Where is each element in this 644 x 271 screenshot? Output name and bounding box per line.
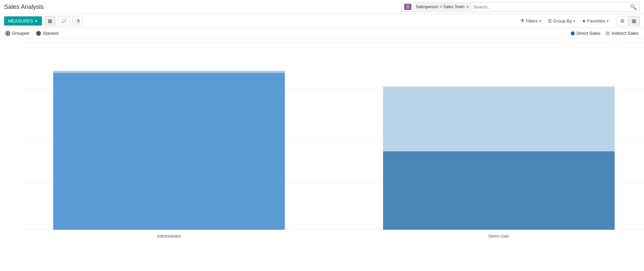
- search-icon[interactable]: 🔍: [630, 4, 637, 10]
- group-by-icon[interactable]: ☰: [404, 4, 411, 10]
- x-labels: Administrator Demo User: [24, 234, 644, 239]
- bar-segment-direct-admin: [53, 73, 285, 230]
- indirect-sales-label: Indirect Sales: [612, 31, 639, 36]
- groupby-icon: ☰: [548, 18, 552, 24]
- filters-button[interactable]: ⚗ Filters ▾: [517, 17, 543, 25]
- y-axis: [0, 42, 24, 240]
- top-bar: Sales Analysis ☰ Salesperson > Sales Tea…: [0, 0, 644, 14]
- search-area: ☰ Salesperson > Sales Team ✕ 🔍: [401, 2, 640, 12]
- filters-chevron: ▾: [539, 19, 541, 23]
- favorites-button[interactable]: ★ Favorites ▾: [579, 17, 611, 25]
- search-tag-text: Salesperson > Sales Team: [416, 4, 465, 9]
- favorites-icon: ★: [582, 18, 586, 24]
- table-view-button[interactable]: ⊞: [617, 16, 628, 25]
- groupby-label: Group By: [553, 18, 572, 24]
- line-chart-icon: 📈: [61, 18, 67, 24]
- stacked-label: Stacked: [43, 31, 59, 36]
- chart-legend: Direct Sales Indirect Sales: [571, 31, 639, 36]
- bars-area: [24, 46, 644, 230]
- groupby-chevron: ▾: [573, 19, 575, 23]
- grid-line: [24, 42, 644, 43]
- indirect-sales-dot: [606, 31, 610, 35]
- chart-area: Administrator Demo User: [0, 39, 644, 240]
- action-bar: MEASURES ▼ ▦ 📈 ◔ ⚗ Filters ▾ ☰ Group By …: [0, 14, 644, 28]
- pie-chart-button[interactable]: ◔: [73, 16, 83, 26]
- chart-view-button[interactable]: ▦: [628, 16, 640, 25]
- bar-chart-icon: ▦: [48, 18, 52, 24]
- search-tag-close[interactable]: ✕: [466, 5, 469, 9]
- grouped-radio[interactable]: [5, 31, 10, 36]
- filter-icon: ⚗: [520, 18, 524, 24]
- chart-controls: Grouped Stacked Direct Sales Indirect Sa…: [0, 28, 644, 39]
- grouped-option[interactable]: Grouped: [5, 31, 29, 36]
- page-title: Sales Analysis: [4, 3, 44, 11]
- bar-stack-administrator[interactable]: [53, 71, 285, 230]
- stacked-radio[interactable]: [36, 31, 41, 36]
- search-tag: Salesperson > Sales Team ✕: [413, 3, 471, 10]
- x-label-demouser: Demo User: [367, 234, 630, 239]
- measures-button[interactable]: MEASURES ▼: [4, 16, 42, 26]
- bar-chart-button[interactable]: ▦: [45, 16, 55, 26]
- grouped-label: Grouped: [12, 31, 29, 36]
- view-toggle: ⊞ ▦: [617, 16, 640, 26]
- indirect-sales-legend: Indirect Sales: [606, 31, 639, 36]
- measures-label: MEASURES: [8, 18, 33, 24]
- chart-content: Administrator Demo User: [24, 42, 644, 240]
- bar-segment-indirect-demo: [383, 87, 615, 151]
- x-label-administrator: Administrator: [38, 234, 301, 239]
- bar-segment-direct-demo: [383, 151, 615, 230]
- bar-group-demouser: [367, 87, 630, 230]
- direct-sales-legend: Direct Sales: [571, 31, 600, 36]
- filter-group: ⚗ Filters ▾ ☰ Group By ▾ ★ Favorites ▾: [517, 17, 611, 25]
- line-chart-button[interactable]: 📈: [58, 16, 70, 26]
- favorites-label: Favorites: [587, 18, 605, 24]
- stacked-option[interactable]: Stacked: [36, 31, 59, 36]
- filters-label: Filters: [526, 18, 538, 24]
- search-input[interactable]: [473, 4, 628, 10]
- favorites-chevron: ▾: [607, 19, 609, 23]
- x-spacer: [314, 234, 354, 239]
- direct-sales-dot: [571, 31, 575, 35]
- bar-stack-demouser[interactable]: [383, 87, 615, 230]
- direct-sales-label: Direct Sales: [576, 31, 600, 36]
- pie-chart-icon: ◔: [76, 18, 80, 24]
- measures-arrow: ▼: [34, 19, 38, 23]
- groupby-button[interactable]: ☰ Group By ▾: [545, 17, 578, 25]
- bar-group-administrator: [38, 71, 301, 230]
